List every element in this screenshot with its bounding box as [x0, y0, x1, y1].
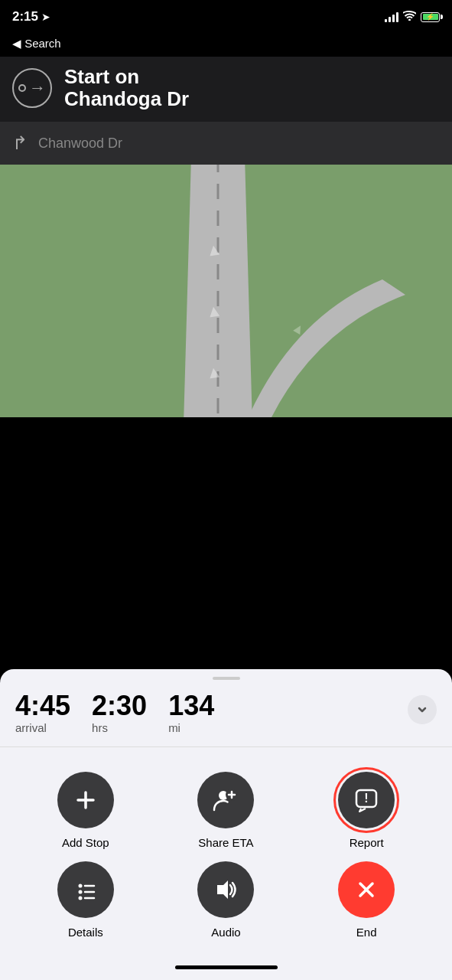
details-button[interactable]: Details [15, 855, 156, 945]
report-button[interactable]: ! Report [296, 766, 437, 855]
distance-stat: 134 mi [168, 692, 214, 734]
trip-info-row: 4:45 arrival 2:30 hrs 134 mi [0, 692, 452, 747]
nav-title-line2: Chandoga Dr [64, 88, 440, 110]
svg-text:▲: ▲ [204, 361, 223, 383]
audio-label: Audio [211, 926, 240, 939]
nav-dot [18, 84, 26, 92]
map-roads-svg: ▲ ▲ ▲ ▲ [0, 165, 452, 417]
report-label: Report [350, 836, 384, 849]
status-right: ⚡ [385, 11, 440, 23]
duration-label: hrs [92, 721, 147, 734]
turn-right-icon: ↱ [12, 132, 28, 154]
map-background: ▲ ▲ ▲ ▲ [0, 165, 452, 417]
location-arrow-icon: ➤ [41, 11, 50, 23]
nav-title: Start on Chandoga Dr [64, 66, 440, 109]
share-eta-button[interactable]: Share ETA [156, 766, 297, 855]
plus-icon [74, 789, 97, 812]
audio-circle [197, 861, 254, 918]
search-back-bar: ◀ Search [0, 34, 452, 57]
wifi-icon [403, 11, 416, 23]
end-button[interactable]: End [296, 855, 437, 945]
duration-value: 2:30 [92, 692, 147, 720]
status-bar: 2:15 ➤ ⚡ [0, 0, 452, 34]
add-stop-circle [57, 772, 114, 828]
audio-icon [213, 877, 239, 903]
home-indicator [0, 954, 452, 980]
back-button[interactable]: ◀ Search [12, 37, 61, 51]
sheet-handle [213, 677, 240, 680]
roundabout-icon: → [12, 68, 52, 108]
report-circle: ! [338, 772, 395, 828]
bottom-sheet: 4:45 arrival 2:30 hrs 134 mi [0, 669, 452, 980]
home-bar [175, 965, 278, 969]
arrival-label: arrival [15, 721, 70, 734]
svg-text:▲: ▲ [204, 300, 223, 322]
report-icon: ! [353, 787, 379, 813]
svg-point-15 [78, 884, 82, 888]
collapse-button[interactable] [408, 695, 437, 724]
action-grid: Add Stop Share ETA [0, 747, 452, 954]
nav-arrow-icon: → [29, 78, 46, 98]
share-eta-label: Share ETA [198, 836, 253, 849]
signal-icon [385, 11, 398, 22]
end-circle [338, 861, 395, 918]
svg-marker-21 [217, 880, 228, 899]
svg-point-17 [78, 897, 82, 900]
list-icon [74, 878, 97, 901]
details-label: Details [68, 926, 103, 939]
arrival-time: 4:45 [15, 692, 70, 720]
x-icon [355, 878, 378, 901]
distance-label: mi [168, 721, 214, 734]
status-left: 2:15 ➤ [12, 9, 50, 24]
status-time: 2:15 [12, 9, 38, 24]
nav-title-line1: Start on [64, 66, 440, 88]
sub-header: ↱ Chanwood Dr [0, 122, 452, 165]
details-circle [57, 861, 114, 918]
share-eta-icon [213, 787, 239, 813]
nav-header: → Start on Chandoga Dr [0, 57, 452, 122]
svg-point-16 [78, 890, 82, 894]
map-view[interactable]: ▲ ▲ ▲ ▲ [0, 165, 452, 417]
add-stop-label: Add Stop [62, 836, 109, 849]
battery-icon: ⚡ [421, 12, 440, 22]
svg-text:▲: ▲ [204, 239, 223, 260]
duration-stat: 2:30 hrs [92, 692, 147, 734]
end-label: End [356, 926, 377, 939]
svg-text:!: ! [364, 792, 368, 805]
distance-value: 134 [168, 692, 214, 720]
audio-button[interactable]: Audio [156, 855, 297, 945]
arrival-stat: 4:45 arrival [15, 692, 70, 734]
add-stop-button[interactable]: Add Stop [15, 766, 156, 855]
next-street-label: Chanwood Dr [38, 136, 122, 152]
share-eta-circle [197, 772, 254, 828]
